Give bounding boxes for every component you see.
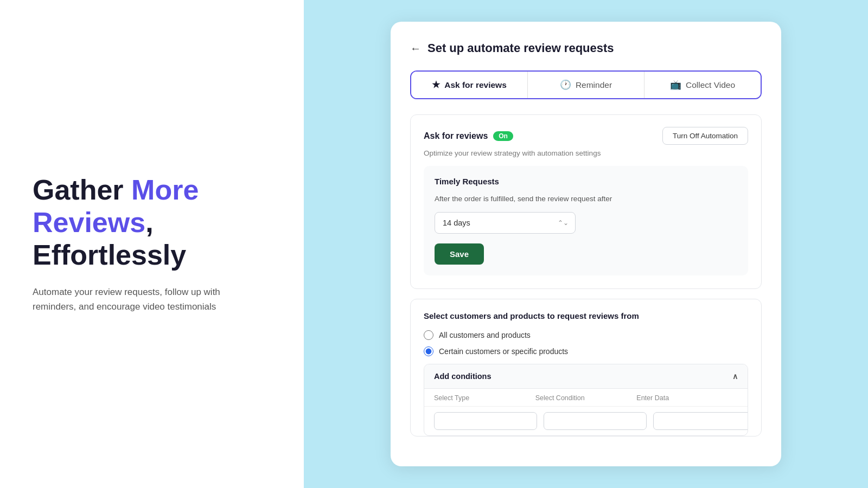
- add-conditions-container: Add conditions ∧ Select Type Select Cond…: [424, 364, 748, 436]
- conditions-table-header: Select Type Select Condition Enter Data: [424, 388, 748, 406]
- main-card: ← Set up automate review requests ★ Ask …: [391, 22, 781, 466]
- video-icon: 📺: [670, 79, 681, 91]
- add-conditions-title: Add conditions: [434, 372, 492, 381]
- right-panel: ← Set up automate review requests ★ Ask …: [304, 0, 868, 488]
- tab-ask-reviews[interactable]: ★ Ask for reviews: [411, 72, 527, 98]
- card-title: Set up automate review requests: [427, 41, 614, 55]
- heading-black-1: Gather: [33, 174, 131, 206]
- tab-ask-label: Ask for reviews: [444, 80, 507, 90]
- tab-reminder-label: Reminder: [576, 80, 612, 90]
- tab-collect-video[interactable]: 📺 Collect Video: [644, 72, 761, 98]
- hero-heading: Gather More Reviews, Effortlessly: [33, 174, 271, 271]
- heading-comma: ,: [145, 207, 153, 238]
- col-select-condition: Select Condition: [535, 394, 630, 402]
- turn-off-automation-button[interactable]: Turn Off Automation: [662, 127, 748, 145]
- days-select-wrapper: 1 day 3 days 7 days 14 days 30 days ⌃⌄: [435, 212, 576, 234]
- timely-requests-desc: After the order is fulfilled, send the r…: [435, 194, 737, 204]
- tabs-container: ★ Ask for reviews 🕐 Reminder 📺 Collect V…: [410, 70, 762, 99]
- col-select-type: Select Type: [434, 394, 529, 402]
- section-description: Optimize your review strategy with autom…: [424, 149, 748, 157]
- ask-reviews-section: Ask for reviews On Turn Off Automation O…: [410, 114, 762, 289]
- condition-input[interactable]: [544, 412, 647, 430]
- hero-description: Automate your review requests, follow up…: [33, 285, 250, 314]
- section-title: Ask for reviews: [424, 131, 488, 141]
- col-enter-data: Enter Data: [636, 394, 731, 402]
- radio-certain-label: Certain customers or specific products: [439, 347, 568, 356]
- conditions-row: +: [424, 406, 748, 435]
- section-title-row: Ask for reviews On: [424, 131, 513, 141]
- type-input[interactable]: [434, 412, 537, 430]
- card-header: ← Set up automate review requests: [410, 41, 762, 55]
- add-conditions-header[interactable]: Add conditions ∧: [424, 364, 748, 388]
- left-panel: Gather More Reviews, Effortlessly Automa…: [0, 0, 304, 488]
- tab-video-label: Collect Video: [686, 80, 735, 90]
- star-icon: ★: [432, 79, 440, 91]
- tab-reminder[interactable]: 🕐 Reminder: [527, 72, 644, 98]
- radio-all-label: All customers and products: [439, 331, 531, 339]
- select-customers-title: Select customers and products to request…: [424, 311, 748, 320]
- data-input[interactable]: [653, 412, 748, 430]
- radio-certain-input[interactable]: [424, 346, 433, 356]
- chevron-up-icon: ∧: [732, 372, 738, 381]
- radio-all-customers: All customers and products: [424, 330, 748, 340]
- timely-requests-title: Timely Requests: [435, 177, 737, 186]
- radio-all-input[interactable]: [424, 330, 433, 340]
- select-customers-section: Select customers and products to request…: [410, 299, 762, 436]
- heading-line2: Effortlessly: [33, 239, 186, 271]
- timely-requests-box: Timely Requests After the order is fulfi…: [424, 166, 748, 275]
- radio-certain-customers: Certain customers or specific products: [424, 346, 748, 356]
- save-button[interactable]: Save: [435, 243, 484, 265]
- days-select[interactable]: 1 day 3 days 7 days 14 days 30 days: [435, 212, 576, 234]
- section-header: Ask for reviews On Turn Off Automation: [424, 127, 748, 145]
- status-badge: On: [493, 131, 513, 141]
- back-button[interactable]: ←: [410, 42, 421, 55]
- clock-icon: 🕐: [560, 79, 571, 91]
